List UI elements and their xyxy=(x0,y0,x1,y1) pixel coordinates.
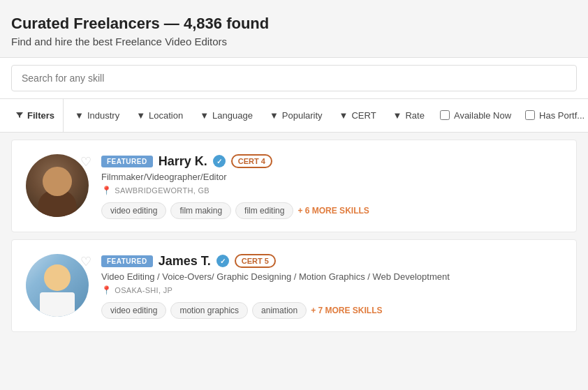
filter-cert-button[interactable]: ▼ CERT xyxy=(331,99,385,132)
filter-arrow-icon: ▼ xyxy=(75,110,84,121)
filter-arrow-icon: ▼ xyxy=(136,110,145,121)
has-portfolio-label: Has Portf... xyxy=(539,110,585,121)
filters-label: Filters xyxy=(27,110,54,121)
more-skills-james[interactable]: + 7 MORE SKILLS xyxy=(311,306,382,315)
filter-industry-label: Industry xyxy=(87,110,119,121)
filter-location-label: Location xyxy=(149,110,183,121)
freelancer-title-harry: Filmmaker/Videographer/Editor xyxy=(101,172,562,182)
skill-tag[interactable]: film editing xyxy=(235,202,293,219)
filters-main-button[interactable]: Filters xyxy=(7,99,64,132)
skill-tag[interactable]: animation xyxy=(252,302,307,319)
freelancer-title-james: Video Editing / Voice-Overs/ Graphic Des… xyxy=(101,271,562,282)
freelancer-location-harry: 📍 SAWBRIDGEWORTH, GB xyxy=(101,186,562,195)
favorite-james-button[interactable]: ♡ xyxy=(80,254,91,269)
freelancer-location-james: 📍 OSAKA-SHI, JP xyxy=(101,285,562,295)
filter-popularity-label: Popularity xyxy=(282,110,323,121)
freelancer-card-james: ♡ FEATURED James T. ✓ CERT 5 Video Editi… xyxy=(11,239,577,332)
card-content-harry: FEATURED Harry K. ✓ CERT 4 Filmmaker/Vid… xyxy=(101,154,562,219)
filter-cert-label: CERT xyxy=(351,110,376,121)
filter-language-button[interactable]: ▼ Language xyxy=(191,99,261,132)
available-now-checkbox[interactable] xyxy=(440,110,450,120)
featured-badge-harry: FEATURED xyxy=(101,156,153,167)
skills-row-harry: video editing film making film editing +… xyxy=(101,202,562,219)
header-section: Curated Freelancers — 4,836 found Find a… xyxy=(0,0,588,57)
available-now-label: Available Now xyxy=(454,110,511,121)
cert-badge-james: CERT 5 xyxy=(235,254,276,268)
skill-tag[interactable]: video editing xyxy=(101,202,166,219)
cert-badge-harry: CERT 4 xyxy=(231,154,272,168)
location-text-james: OSAKA-SHI, JP xyxy=(115,286,172,294)
filter-arrow-icon: ▼ xyxy=(339,110,348,121)
location-pin-icon: 📍 xyxy=(101,285,112,295)
location-pin-icon: 📍 xyxy=(101,186,112,195)
filters-bar: Filters ▼ Industry ▼ Location ▼ Language… xyxy=(0,99,588,133)
location-text-harry: SAWBRIDGEWORTH, GB xyxy=(115,186,210,195)
card-top-row-james: FEATURED James T. ✓ CERT 5 xyxy=(101,254,562,269)
more-skills-harry[interactable]: + 6 MORE SKILLS xyxy=(297,206,369,216)
avatar-wrap-james: ♡ xyxy=(26,254,89,319)
skill-tag[interactable]: video editing xyxy=(101,302,166,319)
available-now-filter[interactable]: Available Now xyxy=(433,106,518,125)
favorite-harry-button[interactable]: ♡ xyxy=(80,154,91,170)
avatar-james xyxy=(26,254,89,317)
has-portfolio-filter[interactable]: Has Portf... xyxy=(518,106,588,125)
search-section xyxy=(0,57,588,99)
avatar-wrap-harry: ♡ xyxy=(26,154,89,219)
filter-language-label: Language xyxy=(212,110,253,121)
filter-arrow-icon: ▼ xyxy=(270,110,279,121)
has-portfolio-checkbox[interactable] xyxy=(525,110,535,120)
page-subtitle: Find and hire the best Freelance Video E… xyxy=(11,36,577,47)
filter-rate-label: Rate xyxy=(405,110,424,121)
filter-popularity-button[interactable]: ▼ Popularity xyxy=(261,99,331,132)
card-content-james: FEATURED James T. ✓ CERT 5 Video Editing… xyxy=(101,254,562,319)
skills-row-james: video editing motion graphics animation … xyxy=(101,302,562,319)
filter-arrow-icon: ▼ xyxy=(200,110,209,121)
freelancer-name-harry[interactable]: Harry K. xyxy=(159,154,207,169)
filter-industry-button[interactable]: ▼ Industry xyxy=(66,99,128,132)
featured-badge-james: FEATURED xyxy=(101,255,153,267)
search-input[interactable] xyxy=(11,65,577,91)
filter-location-button[interactable]: ▼ Location xyxy=(128,99,191,132)
skill-tag[interactable]: motion graphics xyxy=(170,302,248,319)
freelancer-card-harry: ♡ FEATURED Harry K. ✓ CERT 4 Filmmaker/V… xyxy=(11,140,577,232)
page-title: Curated Freelancers — 4,836 found xyxy=(11,14,577,34)
filter-funnel-icon xyxy=(15,111,24,119)
avatar-harry xyxy=(26,154,89,217)
verified-icon-harry: ✓ xyxy=(213,155,226,167)
card-top-row-harry: FEATURED Harry K. ✓ CERT 4 xyxy=(101,154,562,169)
freelancer-name-james[interactable]: James T. xyxy=(159,254,211,269)
verified-icon-james: ✓ xyxy=(216,255,229,267)
freelancers-list: ♡ FEATURED Harry K. ✓ CERT 4 Filmmaker/V… xyxy=(0,133,588,346)
filter-arrow-icon: ▼ xyxy=(393,110,402,121)
skill-tag[interactable]: film making xyxy=(170,202,231,219)
filter-rate-button[interactable]: ▼ Rate xyxy=(385,99,433,132)
